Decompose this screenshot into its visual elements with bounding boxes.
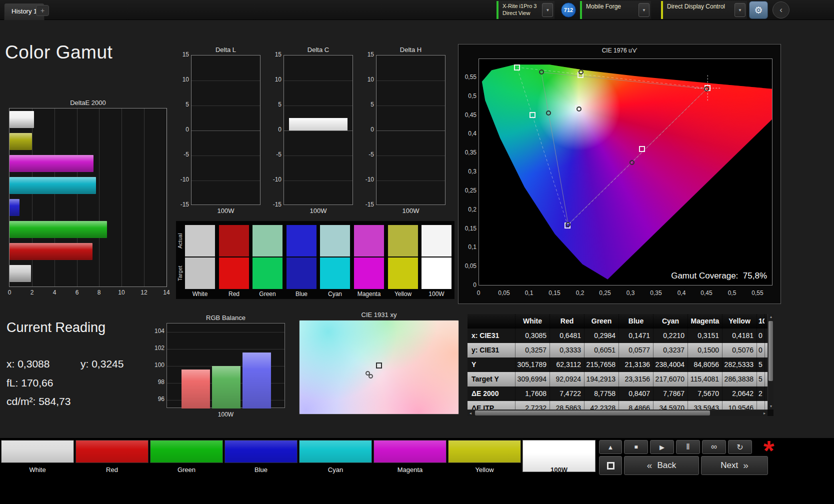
scroll-left-icon[interactable]: ◂	[468, 410, 474, 416]
x-value: 0,3088	[18, 358, 50, 370]
chevron-down-icon[interactable]: ▼	[542, 3, 553, 17]
cell: 215,7658	[584, 358, 619, 372]
x-tick-label: 0	[468, 290, 490, 296]
y-tick-label: 0,3	[460, 168, 476, 175]
patch-button-red[interactable]	[76, 440, 148, 463]
patch-button-blue[interactable]	[224, 440, 298, 463]
y-tick-label: -5	[176, 151, 189, 158]
scrollbar-thumb[interactable]	[475, 410, 710, 416]
stop-icon: ■	[634, 444, 638, 450]
actual-swatch-blue	[286, 225, 316, 256]
chart-title: CIE 1931 xy	[299, 311, 459, 318]
meter-mode: Direct View	[502, 10, 536, 16]
cell: 5	[757, 358, 765, 372]
row-label: x: CIE31	[468, 328, 516, 343]
patch-button-cyan[interactable]	[299, 440, 372, 463]
pattern-window-button[interactable]	[599, 456, 622, 475]
stop-button[interactable]: ■	[624, 440, 648, 454]
y-tick-label: 0	[361, 126, 374, 133]
x-tick-label: 0,15	[544, 290, 566, 296]
pause-icon: Ⅱ	[686, 442, 690, 452]
cell: 0,3085	[516, 328, 550, 343]
cell: 5	[757, 372, 765, 386]
y-tick-label: -10	[176, 176, 189, 183]
chevron-left-icon: ‹	[780, 5, 782, 15]
square-icon	[607, 462, 614, 470]
loop-button[interactable]: ∞	[702, 440, 726, 454]
reading-y: y: 0,3245	[80, 358, 124, 370]
table-vertical-scrollbar[interactable]: ▴ ▾	[768, 314, 774, 410]
target-row-label: Target	[177, 258, 184, 289]
y-tick-label: 0,25	[460, 187, 476, 194]
source-dropdown[interactable]: Mobile Forge ▼	[580, 1, 651, 19]
cell: 7,4722	[550, 386, 584, 401]
settings-button[interactable]: ⚙	[749, 1, 768, 19]
current-reading-panel: Current Reading x: 0,3088 y: 0,3245 fL: …	[6, 320, 146, 415]
chart-delta-c: Delta C151050-5-10-15100W	[268, 46, 354, 222]
pause-button[interactable]: Ⅱ	[676, 440, 700, 454]
next-button[interactable]: Next »	[701, 456, 768, 475]
swatch-label: Green	[252, 290, 282, 298]
row-label: ΔE 2000	[468, 386, 516, 401]
grid-line	[122, 108, 122, 286]
scroll-down-icon[interactable]: ▾	[768, 404, 774, 410]
cell: 34,5970	[654, 401, 688, 410]
x-tick-label: 12	[137, 289, 151, 296]
expand-button[interactable]: ▲	[599, 440, 622, 454]
cell: 10,9546	[722, 401, 757, 410]
patch-button-white[interactable]	[1, 440, 74, 463]
chart-plot	[284, 55, 353, 205]
patch-label: Yellow	[448, 466, 521, 474]
y-value: 0,3245	[92, 358, 124, 370]
x-tick-label: 0,35	[645, 290, 667, 296]
scroll-right-icon[interactable]: ▸	[762, 410, 768, 416]
column-header: Blue	[619, 314, 654, 328]
chevron-down-icon[interactable]: ▼	[638, 3, 650, 17]
meter-dropdown[interactable]: X-Rite i1Pro 3 Direct View ▼	[496, 1, 554, 19]
y-tick-label: 0,15	[460, 225, 476, 232]
patch-button-green[interactable]	[150, 440, 223, 463]
patch-button-yellow[interactable]	[448, 440, 521, 463]
back-button[interactable]: « Back	[624, 456, 699, 475]
y-tick-label: 5	[176, 101, 189, 108]
chevron-down-icon[interactable]: ▼	[734, 3, 746, 17]
collapse-panel-button[interactable]: ‹	[772, 2, 790, 18]
patch-button-magenta[interactable]	[374, 440, 446, 463]
measured-marker-blue	[566, 222, 570, 227]
add-tab-button[interactable]: +	[36, 5, 49, 16]
patch-label: White	[1, 466, 74, 474]
cell: 2	[757, 386, 765, 401]
refresh-button[interactable]: ↻	[728, 440, 752, 454]
deltae-x-axis: 02468101214	[9, 289, 167, 297]
row-label: y: CIE31	[468, 343, 516, 358]
meter-name: X-Rite i1Pro 3	[502, 2, 536, 10]
y-tick-label: 0	[268, 126, 282, 133]
measured-marker-cyan	[546, 110, 551, 116]
actual-swatch-cyan	[320, 225, 350, 256]
table-header-row: WhiteRedGreenBlueCyanMagentaYellow100W	[468, 314, 768, 328]
play-button[interactable]: ▶	[650, 440, 674, 454]
table-row: ΔE 20001,76087,47228,77580,84077,78677,5…	[468, 386, 768, 401]
display-control-dropdown[interactable]: Direct Display Control ▼	[661, 1, 747, 19]
grid-line	[192, 156, 260, 156]
deltae-plot	[9, 108, 167, 287]
y-tick-label: 0,1	[460, 244, 476, 250]
y-tick-label: -10	[268, 176, 282, 183]
scroll-up-icon[interactable]: ▴	[768, 314, 774, 320]
deltae-bar-white	[10, 111, 34, 128]
back-label: Back	[657, 460, 676, 470]
page-title: Color Gamut	[5, 42, 112, 63]
x-label: x:	[6, 358, 14, 370]
x-tick-label: 0,05	[493, 290, 515, 296]
scrollbar-thumb[interactable]	[768, 321, 773, 381]
grid-line	[166, 108, 167, 286]
y-tick-label: 0,35	[460, 149, 476, 156]
chart-plot	[191, 55, 260, 205]
cell	[757, 401, 765, 410]
y-tick-label: -5	[361, 151, 374, 158]
target-swatch-red	[219, 258, 249, 289]
grid-line	[99, 108, 100, 286]
table-horizontal-scrollbar[interactable]: ◂ ▸	[468, 410, 768, 416]
y-tick-label: 100	[150, 362, 164, 368]
deltae-bar-100w	[10, 265, 31, 282]
